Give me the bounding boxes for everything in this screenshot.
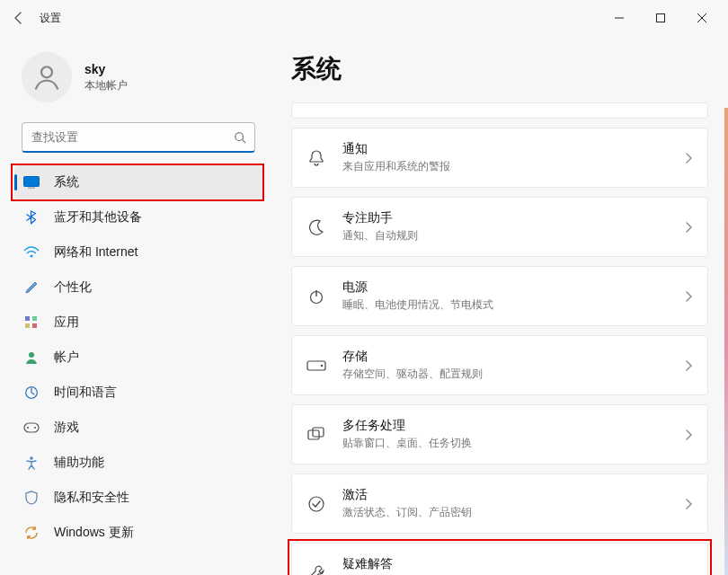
window-controls: [599, 4, 723, 31]
sidebar: sky 本地帐户 系统 蓝牙和其他设备: [0, 36, 270, 575]
card-activation[interactable]: 激活 激活状态、订阅、产品密钥: [291, 473, 708, 534]
profile-block[interactable]: sky 本地帐户: [14, 47, 262, 115]
svg-point-7: [30, 254, 32, 257]
card-text: 专注助手 通知、自动规则: [342, 210, 669, 243]
sidebar-item-time-lang[interactable]: 时间和语言: [14, 376, 262, 410]
svg-rect-22: [308, 430, 319, 439]
search-input[interactable]: [22, 122, 255, 153]
person-icon: [31, 62, 62, 93]
page-title: 系统: [291, 52, 708, 86]
svg-rect-10: [25, 323, 30, 328]
sidebar-item-gaming[interactable]: 游戏: [14, 411, 262, 445]
sidebar-item-label: 游戏: [54, 420, 79, 436]
gamepad-icon: [23, 420, 40, 436]
card-storage[interactable]: 存储 存储空间、驱动器、配置规则: [291, 335, 708, 395]
svg-rect-9: [32, 316, 37, 321]
close-button[interactable]: [681, 4, 723, 31]
card-troubleshoot[interactable]: 疑难解答 建议的疑难解答、首选项和历史: [291, 543, 708, 575]
bluetooth-icon: [23, 209, 40, 226]
card-title: 电源: [342, 279, 669, 296]
sidebar-item-accessibility[interactable]: 辅助功能: [14, 446, 262, 480]
card-title: 疑难解答: [342, 556, 693, 572]
titlebar: 设置: [0, 0, 728, 36]
card-subtitle: 存储空间、驱动器、配置规则: [342, 367, 669, 382]
card-title: 激活: [342, 487, 669, 503]
bell-icon: [306, 148, 326, 168]
svg-rect-5: [24, 177, 40, 187]
shield-icon: [23, 490, 40, 506]
card-title: 专注助手: [342, 210, 669, 226]
card-text: 激活 激活状态、订阅、产品密钥: [342, 487, 669, 520]
minimize-button[interactable]: [599, 4, 640, 31]
multitask-icon: [306, 425, 326, 445]
card-notifications[interactable]: 通知 来自应用和系统的警报: [291, 128, 708, 188]
card-subtitle: 贴靠窗口、桌面、任务切换: [342, 436, 669, 451]
card-text: 电源 睡眠、电池使用情况、节电模式: [342, 279, 669, 313]
card-subtitle: 通知、自动规则: [342, 228, 669, 243]
card-focus[interactable]: 专注助手 通知、自动规则: [291, 197, 708, 257]
sidebar-item-personalization[interactable]: 个性化: [14, 270, 262, 305]
sidebar-item-privacy[interactable]: 隐私和安全性: [14, 481, 262, 515]
sidebar-item-system[interactable]: 系统: [14, 165, 262, 199]
wrench-icon: [306, 563, 326, 576]
account-icon: [23, 349, 40, 366]
card-text: 存储 存储空间、驱动器、配置规则: [342, 349, 669, 382]
display-icon: [23, 174, 40, 190]
drive-icon: [306, 356, 326, 376]
card-partial-top[interactable]: [291, 102, 708, 119]
card-title: 多任务处理: [342, 418, 669, 434]
chevron-right-icon: [685, 429, 693, 441]
sidebar-item-update[interactable]: Windows 更新: [14, 516, 262, 550]
svg-point-12: [29, 352, 34, 358]
maximize-button[interactable]: [640, 4, 681, 31]
sidebar-item-label: 蓝牙和其他设备: [54, 209, 142, 226]
svg-point-21: [321, 364, 323, 366]
svg-point-24: [309, 497, 324, 511]
clock-globe-icon: [23, 385, 40, 401]
sidebar-item-label: Windows 更新: [54, 525, 134, 541]
accessibility-icon: [23, 455, 40, 471]
card-multitask[interactable]: 多任务处理 贴靠窗口、桌面、任务切换: [291, 404, 708, 464]
search-icon: [234, 131, 246, 144]
svg-point-2: [41, 66, 52, 77]
edge-decoration: [724, 108, 728, 575]
card-title: 存储: [342, 349, 669, 365]
sidebar-item-label: 应用: [54, 314, 79, 331]
card-title: 通知: [342, 141, 669, 157]
sidebar-item-label: 时间和语言: [54, 385, 117, 401]
minimize-icon: [615, 13, 624, 22]
avatar: [22, 52, 72, 102]
card-power[interactable]: 电源 睡眠、电池使用情况、节电模式: [291, 266, 708, 326]
power-icon: [306, 287, 326, 306]
content: 系统 通知 来自应用和系统的警报 专注助手 通知、自动规则: [270, 36, 728, 575]
maximize-icon: [656, 13, 665, 22]
chevron-right-icon: [685, 498, 693, 510]
sidebar-item-network[interactable]: 网络和 Internet: [14, 235, 262, 270]
back-button[interactable]: [5, 4, 32, 31]
svg-point-15: [27, 427, 29, 429]
app-title: 设置: [40, 11, 61, 26]
card-subtitle: 睡眠、电池使用情况、节电模式: [342, 297, 669, 313]
search-wrap: [22, 122, 255, 153]
username: sky: [84, 62, 128, 76]
svg-line-4: [243, 140, 246, 144]
svg-rect-23: [313, 428, 324, 437]
svg-rect-8: [25, 316, 30, 321]
moon-icon: [306, 217, 326, 237]
account-type: 本地帐户: [84, 78, 128, 93]
sidebar-item-accounts[interactable]: 帐户: [14, 341, 262, 375]
svg-rect-1: [657, 14, 665, 22]
card-subtitle: 来自应用和系统的警报: [342, 159, 669, 174]
apps-icon: [23, 314, 40, 331]
nav-list: 系统 蓝牙和其他设备 网络和 Internet 个性化: [14, 165, 262, 550]
close-icon: [697, 13, 706, 22]
check-circle-icon: [306, 494, 326, 514]
back-arrow-icon: [12, 11, 26, 25]
chevron-right-icon: [685, 359, 693, 372]
sidebar-item-label: 网络和 Internet: [54, 244, 138, 261]
chevron-right-icon: [685, 221, 693, 234]
sidebar-item-apps[interactable]: 应用: [14, 305, 262, 340]
svg-point-17: [30, 456, 33, 460]
sidebar-item-bluetooth[interactable]: 蓝牙和其他设备: [14, 200, 262, 234]
sidebar-item-label: 隐私和安全性: [54, 490, 129, 506]
